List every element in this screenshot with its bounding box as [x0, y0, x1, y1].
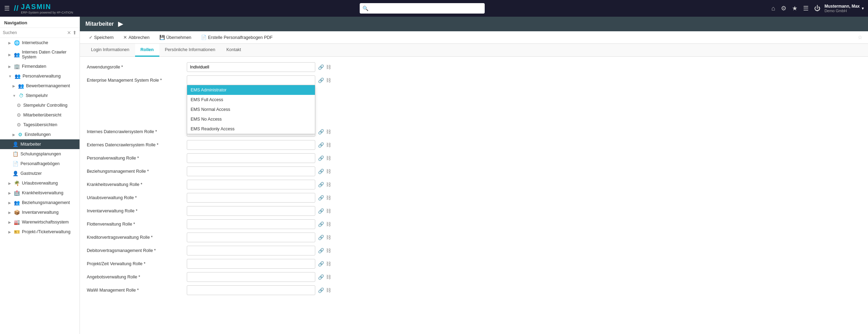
unlink-icon[interactable]: ⛓: [326, 78, 331, 83]
sidebar-item-einstellungen[interactable]: ▶ ⚙ Einstellungen: [0, 130, 80, 139]
link-icon[interactable]: 🔗: [318, 221, 324, 227]
sidebar-item-beziehungsmanagement[interactable]: ▶ 👥 Beziehungsmanagement: [0, 198, 80, 207]
sidebar-item-personalverwaltung[interactable]: ▼ 👥 Personalverwaltung: [0, 71, 80, 81]
sidebar-item-krankheitsverwaltung[interactable]: ▶ 🏥 Krankheitsverwaltung: [0, 188, 80, 198]
sidebar-item-inventarverwaltung[interactable]: ▶ 📦 Inventarverwaltung: [0, 207, 80, 217]
power-icon[interactable]: ⏻: [814, 5, 820, 12]
input-wawi[interactable]: [187, 285, 315, 295]
input-debitor[interactable]: [187, 246, 315, 255]
unlink-icon[interactable]: ⛓: [326, 221, 331, 227]
cancel-button[interactable]: ✕ Abbrechen: [120, 33, 153, 41]
input-externes[interactable]: [187, 140, 315, 150]
unlink-icon[interactable]: ⛓: [326, 235, 331, 240]
dropdown-item-ems-readonly[interactable]: EMS Readonly Access: [187, 124, 315, 134]
input-beziehung[interactable]: [187, 166, 315, 176]
link-icon[interactable]: 🔗: [318, 261, 324, 267]
link-icon[interactable]: 🔗: [318, 142, 324, 148]
label-angebote: Angebotsverwaltung Rolle *: [87, 275, 184, 279]
sidebar-label: Schulungsplanungen: [20, 152, 61, 156]
apply-button[interactable]: 💾 Übernehmen: [156, 33, 195, 41]
sidebar-label: Bewerbermanagement: [26, 83, 70, 88]
sidebar-search-input[interactable]: [3, 30, 66, 35]
sidebar-item-schulungsplanungen[interactable]: 📋 Schulungsplanungen: [0, 149, 80, 159]
sidebar-item-mitarbeiter[interactable]: 👤 Mitarbeiter: [0, 139, 80, 149]
sidebar-item-bewerbermanagement[interactable]: ▶ 👥 Bewerbermanagement: [0, 81, 80, 91]
input-ems[interactable]: [187, 75, 315, 85]
form-area: Anwendungsrolle * 🔗 ⛓ Enterprise Managem…: [80, 57, 868, 334]
link-icon[interactable]: 🔗: [318, 129, 324, 135]
sidebar-item-projekt[interactable]: ▶ 🎫 Projekt-/Ticketverwaltung: [0, 227, 80, 237]
settings-icon[interactable]: ⚙: [781, 5, 786, 12]
dropdown-item-ems-full[interactable]: EMS Full Access: [187, 95, 315, 105]
arrow-icon: ▶: [12, 133, 15, 137]
link-icon[interactable]: 🔗: [318, 287, 324, 293]
unlink-icon[interactable]: ⛓: [326, 195, 331, 201]
input-kreditor[interactable]: [187, 233, 315, 242]
firmendaten-icon: 🏢: [14, 64, 20, 69]
sidebar-item-mitarbeiteruebersicht[interactable]: ⚙ Mitarbeiterübersicht: [0, 110, 80, 120]
unlink-icon[interactable]: ⛓: [326, 182, 331, 187]
unlink-icon[interactable]: ⛓: [326, 261, 331, 267]
link-icon[interactable]: 🔗: [318, 248, 324, 253]
unlink-icon[interactable]: ⛓: [326, 169, 331, 174]
tab-rollen[interactable]: Rollen: [135, 44, 159, 57]
sidebar-clear-icon[interactable]: ✕: [67, 30, 71, 35]
bookmark-icon[interactable]: ★: [792, 5, 798, 12]
topbar-search-input[interactable]: [360, 3, 485, 14]
tab-persoenlich[interactable]: Persönliche Informationen: [159, 44, 221, 57]
sidebar-item-internes-crawler[interactable]: ▶ 👥 Internes Daten Crawler System: [0, 48, 80, 62]
user-menu[interactable]: Mustermann, Max Demo GmbH ▾: [825, 4, 864, 13]
link-icon[interactable]: 🔗: [318, 155, 324, 161]
create-pdf-button[interactable]: 📄 Erstelle Personalfragebogen PDF: [198, 33, 276, 41]
sidebar-item-stempeluhr-controlling[interactable]: ⚙ Stempeluhr Controlling: [0, 100, 80, 110]
link-icon[interactable]: 🔗: [318, 235, 324, 240]
link-icon[interactable]: 🔗: [318, 78, 324, 83]
unlink-icon[interactable]: ⛓: [326, 208, 331, 214]
form-row-debitor: Debitorvertragsmanagement Rolle * 🔗 ⛓: [87, 246, 861, 255]
sidebar-item-urlaubsverwaltung[interactable]: ▶ 🌴 Urlaubsverwaltung: [0, 178, 80, 188]
input-flotte[interactable]: [187, 219, 315, 229]
unlink-icon[interactable]: ⛓: [326, 248, 331, 253]
sidebar-expand-icon[interactable]: ⬆: [73, 30, 77, 35]
unlink-icon[interactable]: ⛓: [326, 155, 331, 161]
unlink-icon[interactable]: ⛓: [326, 274, 331, 280]
input-urlaub[interactable]: [187, 193, 315, 203]
unlink-icon[interactable]: ⛓: [326, 142, 331, 148]
link-icon[interactable]: 🔗: [318, 274, 324, 280]
link-icon[interactable]: 🔗: [318, 64, 324, 70]
input-anwendungsrolle[interactable]: [187, 62, 315, 72]
input-personalverwaltung-rolle[interactable]: [187, 153, 315, 163]
home-icon[interactable]: ⌂: [771, 5, 775, 12]
toolbar-star-icon[interactable]: ☆: [858, 34, 862, 41]
sidebar-item-personalfragebögen[interactable]: 📄 Personalfragebögen: [0, 159, 80, 169]
form-icons-beziehung: 🔗 ⛓: [318, 169, 331, 174]
dropdown-item-ems-normal[interactable]: EMS Normal Access: [187, 105, 315, 114]
input-krankheit[interactable]: [187, 180, 315, 189]
link-icon[interactable]: 🔗: [318, 208, 324, 214]
input-projekt[interactable]: [187, 259, 315, 269]
dropdown-item-ems-no[interactable]: EMS No Access: [187, 114, 315, 124]
sidebar-item-firmendaten[interactable]: ▶ 🏢 Firmendaten: [0, 62, 80, 71]
hamburger-icon[interactable]: ☰: [4, 5, 10, 12]
link-icon[interactable]: 🔗: [318, 195, 324, 201]
unlink-icon[interactable]: ⛓: [326, 64, 331, 70]
input-wrapper-projekt: [187, 259, 315, 269]
save-button[interactable]: ✓ Speichern: [85, 33, 117, 41]
urlaub-icon: 🌴: [14, 180, 20, 186]
mitarbeiter-icon: 👤: [12, 141, 18, 147]
unlink-icon[interactable]: ⛓: [326, 287, 331, 293]
sidebar-item-stempeluhr[interactable]: ▼ ⏱ Stempeluhr: [0, 91, 80, 100]
sidebar-item-warenwirtschaft[interactable]: ▶ 🏭 Warenwirtschaftssystem: [0, 217, 80, 227]
input-angebote[interactable]: [187, 272, 315, 282]
sidebar-item-internetsuche[interactable]: ▶ 🌐 Internetsuche: [0, 38, 80, 48]
sidebar-item-tagesuebersichten[interactable]: ⚙ Tagesübersichten: [0, 120, 80, 130]
tab-login[interactable]: Login Informationen: [85, 44, 135, 57]
tab-kontakt[interactable]: Kontakt: [221, 44, 247, 57]
link-icon[interactable]: 🔗: [318, 182, 324, 187]
sidebar-item-gastnutzer[interactable]: 👤 Gastnutzer: [0, 169, 80, 178]
input-inventar[interactable]: [187, 206, 315, 216]
link-icon[interactable]: 🔗: [318, 169, 324, 174]
dropdown-item-ems-admin[interactable]: EMS Administrator: [187, 85, 315, 95]
list-icon[interactable]: ☰: [803, 5, 809, 12]
unlink-icon[interactable]: ⛓: [326, 129, 331, 135]
